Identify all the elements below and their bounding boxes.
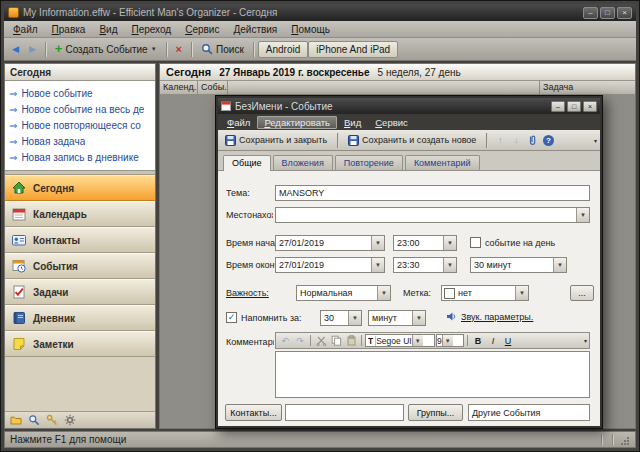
sidebar-item-contacts[interactable]: Контакты [5,227,155,253]
menu-help[interactable]: Помощь [284,23,337,36]
iphone-ipad-button[interactable]: iPhone And iPad [308,41,398,58]
other-events-field[interactable]: Другие События [468,404,590,421]
create-event-button[interactable]: + Создать Событие ▼ [50,42,162,57]
comment-textarea[interactable] [275,351,590,398]
tab-general[interactable]: Общие [223,155,271,171]
menu-tools[interactable]: Сервис [178,23,226,36]
minimize-button[interactable]: – [583,7,598,19]
groups-button[interactable]: Группы... [408,404,463,421]
sidebar-item-today[interactable]: Сегодня [5,175,155,201]
chevron-down-icon[interactable]: ▼ [348,311,361,325]
chevron-down-icon[interactable]: ▼ [371,236,384,250]
sidebar-item-calendar[interactable]: Календарь [5,201,155,227]
importance-label[interactable]: Важность: [226,288,269,298]
location-combo[interactable]: ▼ [275,207,590,223]
end-date-combo[interactable]: 27/01/2019 ▼ [275,257,385,273]
dialog-minimize-button[interactable]: – [551,101,565,112]
delete-button[interactable]: × [171,42,187,56]
dialog-menu-view[interactable]: Вид [337,116,368,129]
duration-combo[interactable]: 30 минут ▼ [470,257,567,273]
contacts-field[interactable] [285,404,404,421]
action-new-allday-event[interactable]: ⇒ Новое событие на весь де [5,101,155,117]
contacts-button[interactable]: Контакты... [225,404,282,421]
tab-attachments[interactable]: Вложения [273,155,333,170]
chevron-down-icon[interactable]: ▼ [442,335,453,346]
toolbar-overflow-icon[interactable]: ▾ [584,337,587,344]
redo-button[interactable]: ↷ [293,334,307,347]
allday-checkbox[interactable] [470,237,481,248]
reminder-value-combo[interactable]: 30 ▼ [320,310,362,326]
dialog-menu-edit[interactable]: Редактировать [257,116,337,129]
cut-button[interactable] [314,334,328,347]
copy-button[interactable] [329,334,343,347]
maximize-button[interactable]: □ [600,7,615,19]
menu-actions[interactable]: Действия [226,23,284,36]
chevron-down-icon[interactable]: ▼ [443,236,456,250]
menu-go[interactable]: Переход [124,23,178,36]
sidebar-item-tasks[interactable]: Задачи [5,279,155,305]
previous-item-button[interactable]: ↑ [493,134,507,147]
action-new-task[interactable]: ⇒ Новая задача [5,133,155,149]
sound-settings-link[interactable]: Звук. параметры. [461,312,533,322]
toolbar-overflow-icon[interactable]: ▾ [594,137,597,144]
dialog-close-button[interactable]: × [583,101,597,112]
tab-comment[interactable]: Комментарий [405,155,480,170]
more-tags-button[interactable]: ... [570,285,594,301]
resize-grip[interactable] [618,434,630,446]
chevron-down-icon[interactable]: ▼ [576,208,589,222]
dialog-maximize-button[interactable]: □ [567,101,581,112]
key-icon[interactable] [46,414,58,426]
dialog-menu-file[interactable]: Файл [220,116,257,129]
reminder-unit-combo[interactable]: минут ▼ [368,310,426,326]
paste-button[interactable] [344,334,358,347]
font-name-combo[interactable]: T Segoe UI ▼ [365,334,435,347]
italic-button[interactable]: I [486,334,500,347]
tag-color-checkbox[interactable] [444,288,455,299]
start-date-combo[interactable]: 27/01/2019 ▼ [275,235,385,251]
search-small-icon[interactable] [28,414,40,426]
end-time-combo[interactable]: 23:30 ▼ [393,257,457,273]
close-button[interactable]: × [617,7,632,19]
forward-button[interactable]: ▶ [24,43,41,56]
next-item-button[interactable]: ↓ [509,134,523,147]
dialog-menu-tools[interactable]: Сервис [368,116,415,129]
search-button[interactable]: Поиск [196,41,249,57]
sidebar-item-events[interactable]: События [5,253,155,279]
tag-combo[interactable]: нет ▼ [441,285,529,301]
gear-icon[interactable] [64,414,76,426]
sidebar-item-notes[interactable]: Заметки [5,331,155,357]
chevron-down-icon[interactable]: ▼ [515,286,528,300]
underline-button[interactable]: U [501,334,515,347]
menu-file[interactable]: Файл [6,23,45,36]
menu-edit[interactable]: Правка [45,23,93,36]
back-button[interactable]: ◀ [7,43,24,56]
chevron-down-icon[interactable]: ▼ [377,286,390,300]
attach-button[interactable] [525,134,539,147]
column-header-task[interactable]: Задача [540,81,635,94]
reminder-checkbox[interactable]: ✓ [226,312,237,323]
android-button[interactable]: Android [258,41,308,58]
tab-recurrence[interactable]: Повторение [335,155,403,170]
chevron-down-icon[interactable]: ▼ [553,258,566,272]
help-button[interactable]: ? [541,134,555,147]
action-new-event[interactable]: ⇒ Новое событие [5,85,155,101]
chevron-down-icon[interactable]: ▼ [371,258,384,272]
save-new-button[interactable]: Сохранить и создать новое [344,134,480,147]
start-time-combo[interactable]: 23:00 ▼ [393,235,457,251]
action-new-recurring-event[interactable]: ⇒ Новое повторяющееся со [5,117,155,133]
menu-view[interactable]: Вид [92,23,124,36]
folder-icon[interactable] [10,414,22,426]
font-size-combo[interactable]: 9 ▼ [436,334,464,347]
chevron-down-icon[interactable]: ▼ [412,335,423,346]
subject-field[interactable]: MANSORY [275,185,590,201]
column-header-events[interactable]: Собы... [198,81,228,94]
importance-combo[interactable]: Нормальная ▼ [296,285,391,301]
bold-button[interactable]: B [471,334,485,347]
sidebar-item-diary[interactable]: Дневник [5,305,155,331]
undo-button[interactable]: ↶ [278,334,292,347]
sound-settings[interactable]: Звук. параметры. [446,311,533,322]
chevron-down-icon[interactable]: ▼ [412,311,425,325]
chevron-down-icon[interactable]: ▼ [443,258,456,272]
action-new-diary-entry[interactable]: ⇒ Новая запись в дневнике [5,149,155,165]
save-close-button[interactable]: Сохранить и закрыть [221,134,331,147]
